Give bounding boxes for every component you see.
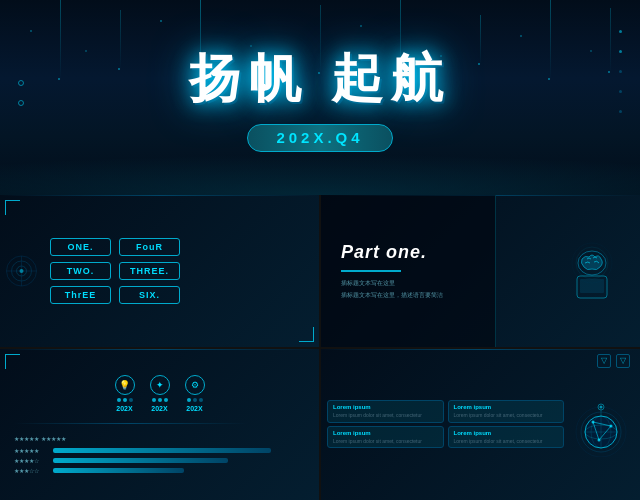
svg-point-5: [20, 269, 24, 273]
bar-row-2: ★★★★☆: [14, 457, 305, 464]
dots-3: [187, 398, 203, 402]
card-4-text: Lorem ipsum dolor sit amet, consectetur: [454, 438, 559, 445]
card-row-2: Lorem ipsum Lorem ipsum dolor sit amet, …: [327, 426, 564, 449]
slide2-desc2: 插标题文本写在这里，描述语言要简洁: [341, 291, 544, 299]
bar-2: [53, 458, 228, 463]
toc-item-four[interactable]: FouR: [119, 238, 180, 256]
bulb-icon: 💡: [115, 375, 135, 395]
corner-decoration-tl: [5, 200, 20, 215]
year-2: 202X: [151, 405, 167, 412]
svg-point-20: [610, 424, 613, 427]
year-3: 202X: [186, 405, 202, 412]
slide2-divider: [341, 270, 401, 272]
filter-icon-2[interactable]: ▽: [616, 354, 630, 368]
toc-item-five[interactable]: THREE.: [119, 262, 180, 280]
card-1: Lorem ipsum Lorem ipsum dolor sit amet, …: [327, 400, 444, 423]
bar-row-1: ★★★★★: [14, 447, 305, 454]
svg-point-21: [598, 438, 601, 441]
card-3-text: Lorem ipsum dolor sit amet, consectetur: [333, 438, 438, 445]
card-1-text: Lorem ipsum dolor sit amet, consectetur: [333, 412, 438, 419]
filter-icon-1[interactable]: ▽: [597, 354, 611, 368]
bar-label-2: ★★★★☆: [14, 457, 49, 464]
toc-item-one[interactable]: ONE.: [50, 238, 111, 256]
slide-border: [321, 349, 640, 350]
bar-label-1: ★★★★★: [14, 447, 49, 454]
hero-section: 扬帆 起航 202X.Q4: [0, 0, 640, 195]
bar-1: [53, 448, 271, 453]
slide3-bars: ★★★★★ ★★★★★ ★★★★★ ★★★★☆ ★★★☆☆: [14, 435, 305, 474]
slide-part-one: Part one. 插标题文本写在这里 插标题文本写在这里，描述语言要简洁: [321, 195, 640, 347]
slide2-text-area: Part one. 插标题文本写在这里 插标题文本写在这里，描述语言要简洁: [329, 242, 544, 300]
toc-grid: ONE. FouR TWO. THREE. ThrEE SIX.: [50, 238, 180, 304]
card-3: Lorem ipsum Lorem ipsum dolor sit amet, …: [327, 426, 444, 449]
hero-title: 扬帆 起航: [189, 44, 451, 114]
card-2: Lorem ipsum Lorem ipsum dolor sit amet, …: [448, 400, 565, 423]
timeline-item-1: 💡 202X: [115, 375, 135, 412]
slide-border: [0, 195, 319, 196]
hero-subtitle-box: 202X.Q4: [247, 124, 392, 152]
card-1-title: Lorem ipsum: [333, 404, 438, 410]
gear-icon: ⚙: [185, 375, 205, 395]
slide-global: ▽ ▽ Lorem ipsum Lorem ipsum dolor sit am…: [321, 349, 640, 501]
slide2-title: Part one.: [341, 242, 544, 263]
timeline-item-2: ✦ 202X: [150, 375, 170, 412]
svg-point-23: [600, 405, 603, 408]
slide4-cards-area: Lorem ipsum Lorem ipsum dolor sit amet, …: [327, 400, 564, 448]
slides-grid: ONE. FouR TWO. THREE. ThrEE SIX. Part on…: [0, 195, 640, 500]
bar-3: [53, 468, 184, 473]
card-4-title: Lorem ipsum: [454, 430, 559, 436]
earth-icon: [569, 392, 634, 457]
card-3-title: Lorem ipsum: [333, 430, 438, 436]
hero-subtitle: 202X.Q4: [276, 129, 363, 146]
bar-label-3: ★★★☆☆: [14, 467, 49, 474]
radar-svg: [4, 253, 39, 288]
dots-2: [152, 398, 168, 402]
compass-icon: ✦: [150, 375, 170, 395]
brain-icon: [557, 241, 627, 301]
slide-timeline: 💡 202X ✦ 202X ⚙ 202X: [0, 349, 319, 501]
timeline-item-3: ⚙ 202X: [185, 375, 205, 412]
slide-toc: ONE. FouR TWO. THREE. ThrEE SIX.: [0, 195, 319, 347]
card-2-title: Lorem ipsum: [454, 404, 559, 410]
corner-tl: [5, 354, 20, 369]
bar-row-3: ★★★☆☆: [14, 467, 305, 474]
card-4: Lorem ipsum Lorem ipsum dolor sit amet, …: [448, 426, 565, 449]
corner-decoration-br: [299, 327, 314, 342]
slide2-brain-area: [552, 241, 632, 301]
year-1: 202X: [116, 405, 132, 412]
toc-item-two[interactable]: TWO.: [50, 262, 111, 280]
slide2-desc1: 插标题文本写在这里: [341, 279, 544, 287]
slide-border: [0, 349, 319, 350]
svg-point-19: [592, 420, 595, 423]
toc-item-six[interactable]: SIX.: [119, 286, 180, 304]
card-2-text: Lorem ipsum dolor sit amet, consectetur: [454, 412, 559, 419]
toc-item-three[interactable]: ThrEE: [50, 286, 111, 304]
dots-1: [117, 398, 133, 402]
card-row-1: Lorem ipsum Lorem ipsum dolor sit amet, …: [327, 400, 564, 423]
slide4-earth-area: [569, 392, 634, 457]
